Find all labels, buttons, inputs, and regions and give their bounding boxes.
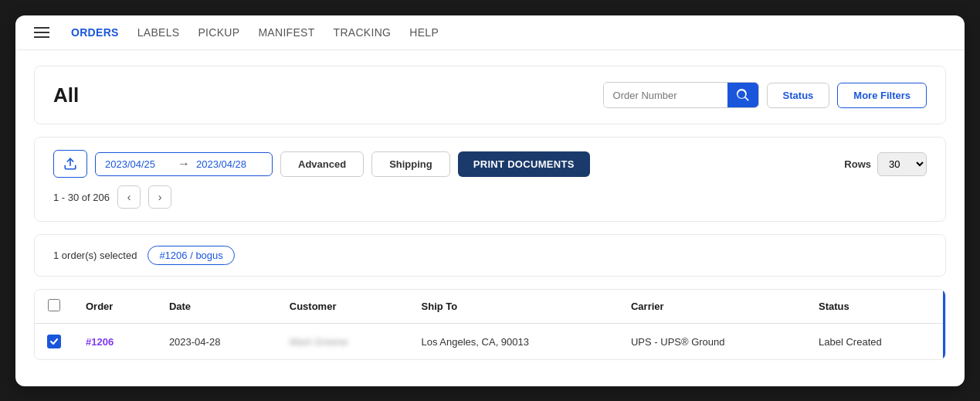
upload-button[interactable] [53,150,87,178]
nav-links: ORDERS LABELS PICKUP MANIFEST TRACKING H… [71,26,439,39]
print-documents-button[interactable]: PRINT DOCUMENTS [458,151,590,177]
order-link[interactable]: #1206 [86,336,114,348]
nav-link-pickup[interactable]: PICKUP [198,26,239,39]
checked-checkbox[interactable] [47,335,61,348]
table-header-status: Status [806,290,945,324]
selected-count-text: 1 order(s) selected [53,250,137,261]
table-body: #1206 2023-04-28 Mark Greene Los Angeles… [35,324,945,360]
table-cell-date: 2023-04-28 [157,324,277,360]
search-button[interactable] [727,83,758,107]
pagination-row: 1 - 30 of 206 ‹ › [53,185,927,209]
table-cell-customer: Mark Greene [277,324,409,360]
table-header-checkbox [35,290,73,324]
main-card: ORDERS LABELS PICKUP MANIFEST TRACKING H… [15,15,965,386]
table-cell-checkbox [35,324,73,360]
top-row: All Status More Filters [53,82,927,108]
more-filters-button[interactable]: More Filters [837,83,927,108]
search-icon [737,89,749,101]
toolbar-section: → Advanced Shipping PRINT DOCUMENTS Rows… [34,137,946,222]
selected-order-tag[interactable]: #1206 / bogus [148,246,234,265]
customer-name: Mark Greene [290,336,348,348]
pagination-prev-button[interactable]: ‹ [117,185,141,209]
rows-wrap: Rows 30 50 100 [844,152,927,176]
table-header: Order Date Customer Ship To Carrier Stat… [35,290,945,324]
rows-label: Rows [844,158,871,170]
orders-table: Order Date Customer Ship To Carrier Stat… [35,290,945,359]
table-cell-status: Label Created [806,324,945,360]
nav-link-labels[interactable]: LABELS [137,26,180,39]
nav-link-help[interactable]: HELP [409,26,439,39]
main-content: All Status More Filters [15,50,965,376]
pagination-text: 1 - 30 of 206 [53,192,110,203]
rows-select[interactable]: 30 50 100 [877,152,927,176]
table-header-row: Order Date Customer Ship To Carrier Stat… [35,290,945,324]
upload-icon [63,157,77,171]
table-header-ship-to: Ship To [409,290,619,324]
table-header-customer: Customer [277,290,409,324]
selected-section: 1 order(s) selected #1206 / bogus [34,234,946,277]
table-cell-order: #1206 [73,324,157,360]
table-cell-ship-to: Los Angeles, CA, 90013 [409,324,619,360]
table-cell-carrier: UPS - UPS® Ground [619,324,806,360]
date-range-wrap: → [95,152,273,176]
toolbar-row: → Advanced Shipping PRINT DOCUMENTS Rows… [53,150,927,178]
date-arrow-icon: → [173,157,195,171]
order-number-input-wrap [603,82,759,108]
date-start-input[interactable] [103,153,173,175]
status-button[interactable]: Status [767,83,830,108]
date-end-input[interactable] [195,153,264,175]
nav-link-tracking[interactable]: TRACKING [334,26,392,39]
nav-bar: ORDERS LABELS PICKUP MANIFEST TRACKING H… [15,15,965,50]
table-row: #1206 2023-04-28 Mark Greene Los Angeles… [35,324,945,360]
pagination-next-button[interactable]: › [148,185,171,209]
filter-group: Status More Filters [603,82,927,108]
select-all-checkbox[interactable] [48,299,60,311]
nav-link-manifest[interactable]: MANIFEST [258,26,314,39]
checkmark-icon [49,337,59,346]
nav-link-orders[interactable]: ORDERS [71,26,119,39]
table-header-carrier: Carrier [619,290,806,324]
orders-table-section: Order Date Customer Ship To Carrier Stat… [34,289,946,360]
table-header-order: Order [73,290,157,324]
advanced-button[interactable]: Advanced [280,151,364,177]
top-section: All Status More Filters [34,66,946,124]
shipping-button[interactable]: Shipping [371,151,450,177]
order-number-input[interactable] [604,83,727,107]
page-title: All [53,83,79,107]
table-header-date: Date [157,290,277,324]
hamburger-icon[interactable] [34,27,49,38]
